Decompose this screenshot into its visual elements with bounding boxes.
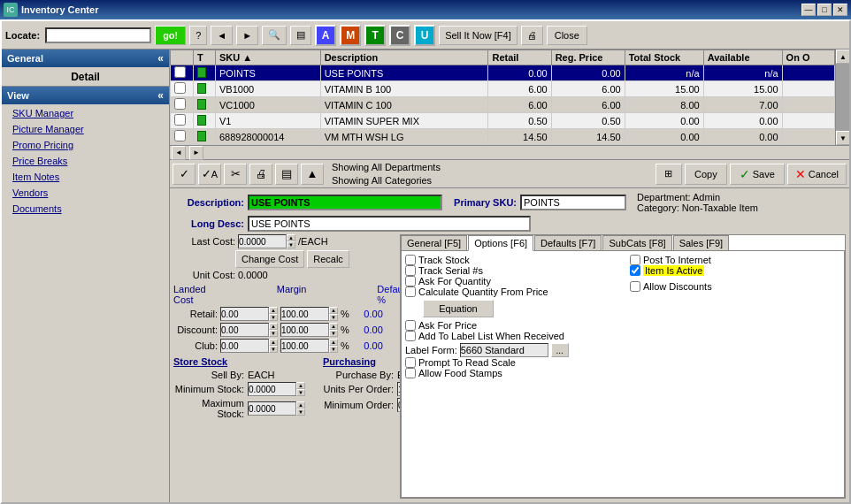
discount-margin-up[interactable]: ▲ bbox=[329, 323, 338, 330]
m-button[interactable]: M bbox=[340, 25, 361, 46]
post-internet-checkbox[interactable] bbox=[630, 255, 640, 265]
min-stock-up[interactable]: ▲ bbox=[296, 382, 305, 389]
add-label-checkbox[interactable] bbox=[405, 331, 416, 341]
row-checkbox-3[interactable] bbox=[174, 114, 186, 126]
table-row[interactable]: 688928000014 VM MTH WSH LG 14.50 14.50 0… bbox=[171, 129, 835, 145]
retail-margin-input[interactable] bbox=[280, 307, 329, 321]
scroll-up-button[interactable]: ▲ bbox=[836, 50, 849, 64]
help-button[interactable]: ? bbox=[189, 26, 207, 45]
club-margin-input[interactable] bbox=[280, 339, 329, 353]
row-checkbox-0[interactable] bbox=[174, 66, 186, 78]
table-row[interactable]: POINTS USE POINTS 0.00 0.00 n/a n/a bbox=[171, 65, 835, 81]
sidebar-item-documents[interactable]: Documents bbox=[2, 201, 169, 217]
min-stock-input[interactable] bbox=[248, 382, 296, 396]
description-input[interactable] bbox=[248, 195, 442, 210]
discount-margin-down[interactable]: ▼ bbox=[329, 330, 338, 337]
close-button[interactable]: Close bbox=[547, 26, 587, 45]
discount-val-down[interactable]: ▼ bbox=[269, 330, 278, 337]
sidebar-item-price-breaks[interactable]: Price Breaks bbox=[2, 153, 169, 169]
table-row[interactable]: V1 VITAMIN SUPER MIX 0.50 0.50 0.00 0.00 bbox=[171, 113, 835, 129]
t-button[interactable]: T bbox=[364, 25, 386, 46]
retail-val-input[interactable] bbox=[220, 307, 269, 321]
row-checkbox-4[interactable] bbox=[174, 130, 186, 141]
scroll-track[interactable] bbox=[836, 64, 849, 131]
last-cost-down[interactable]: ▼ bbox=[287, 241, 295, 248]
club-val-input[interactable] bbox=[220, 339, 269, 353]
sidebar-item-item-notes[interactable]: Item Notes bbox=[2, 169, 169, 185]
hscroll-right-button[interactable]: ► bbox=[189, 146, 203, 160]
col-stock-header[interactable]: Total Stock bbox=[625, 50, 703, 65]
sidebar-item-promo-pricing[interactable]: Promo Pricing bbox=[2, 137, 169, 153]
upload-button[interactable]: ▲ bbox=[301, 164, 324, 185]
calc-qty-checkbox[interactable] bbox=[405, 286, 416, 297]
col-ono-header[interactable]: On O bbox=[782, 50, 834, 65]
retail-val-down[interactable]: ▼ bbox=[269, 314, 278, 321]
last-cost-input[interactable] bbox=[238, 234, 287, 248]
u-button[interactable]: U bbox=[414, 25, 435, 46]
maximize-button[interactable]: □ bbox=[817, 4, 832, 16]
equation-button[interactable]: Equation bbox=[423, 300, 494, 317]
club-margin-up[interactable]: ▲ bbox=[329, 339, 338, 346]
col-sku-header[interactable]: SKU ▲ bbox=[216, 50, 321, 65]
long-desc-input[interactable] bbox=[248, 216, 531, 232]
max-stock-input[interactable] bbox=[248, 401, 296, 416]
copy-button[interactable]: Copy bbox=[685, 164, 727, 185]
max-stock-down[interactable]: ▼ bbox=[296, 409, 305, 416]
layout-button[interactable]: ▤ bbox=[275, 164, 298, 185]
max-stock-up[interactable]: ▲ bbox=[296, 401, 305, 409]
row-checkbox-1[interactable] bbox=[174, 82, 186, 94]
sidebar-item-sku-manager[interactable]: SKU Manager bbox=[2, 105, 169, 121]
item-active-checkbox[interactable] bbox=[630, 265, 640, 276]
retail-val-up[interactable]: ▲ bbox=[269, 307, 278, 314]
sidebar-item-vendors[interactable]: Vendors bbox=[2, 185, 169, 201]
forward-button[interactable]: ► bbox=[236, 26, 258, 45]
minimize-button[interactable]: — bbox=[801, 4, 816, 16]
col-reg-header[interactable]: Reg. Price bbox=[551, 50, 625, 65]
table-vscroll[interactable]: ▲ ▼ bbox=[835, 50, 849, 145]
grid-view-button[interactable]: ⊞ bbox=[656, 164, 682, 185]
tab-options[interactable]: Options [F6] bbox=[468, 235, 533, 251]
label-form-input[interactable] bbox=[460, 343, 548, 357]
ask-price-checkbox[interactable] bbox=[405, 320, 416, 331]
go-button[interactable]: go! bbox=[155, 26, 186, 45]
sell-it-now-button[interactable]: Sell It Now [F4] bbox=[439, 26, 518, 45]
club-margin-down[interactable]: ▼ bbox=[329, 346, 338, 353]
track-stock-checkbox[interactable] bbox=[405, 255, 416, 265]
col-desc-header[interactable]: Description bbox=[320, 50, 488, 65]
col-avail-header[interactable]: Available bbox=[703, 50, 782, 65]
locate-input[interactable] bbox=[45, 27, 151, 43]
a-button[interactable]: A bbox=[315, 25, 336, 46]
save-button[interactable]: ✓ Save bbox=[730, 164, 785, 185]
search-button[interactable]: 🔍 bbox=[262, 26, 287, 45]
allow-food-checkbox[interactable] bbox=[405, 368, 416, 378]
hscroll-left-button[interactable]: ◄ bbox=[172, 146, 186, 160]
allow-discounts-checkbox[interactable] bbox=[630, 281, 640, 292]
c-button[interactable]: C bbox=[389, 25, 410, 46]
min-stock-down[interactable]: ▼ bbox=[296, 389, 305, 396]
prompt-scale-checkbox[interactable] bbox=[405, 357, 416, 368]
track-serial-checkbox[interactable] bbox=[405, 265, 416, 276]
discount-val-input[interactable] bbox=[220, 323, 269, 337]
col-retail-header[interactable]: Retail bbox=[488, 50, 551, 65]
ask-quantity-checkbox[interactable] bbox=[405, 276, 416, 286]
checkmark-a-button[interactable]: ✓A bbox=[198, 164, 221, 185]
retail-margin-down[interactable]: ▼ bbox=[329, 314, 338, 321]
club-val-up[interactable]: ▲ bbox=[269, 339, 278, 346]
primary-sku-input[interactable] bbox=[520, 195, 626, 210]
tab-sales[interactable]: Sales [F9] bbox=[673, 235, 730, 250]
last-cost-up[interactable]: ▲ bbox=[287, 234, 295, 241]
label-form-browse-button[interactable]: ... bbox=[551, 343, 569, 357]
tab-subcats[interactable]: SubCats [F8] bbox=[602, 235, 671, 250]
change-cost-button[interactable]: Change Cost bbox=[235, 250, 304, 268]
table-row[interactable]: VC1000 VITAMIN C 100 6.00 6.00 8.00 7.00 bbox=[171, 97, 835, 113]
recalc-button[interactable]: Recalc bbox=[307, 250, 349, 268]
discount-val-up[interactable]: ▲ bbox=[269, 323, 278, 330]
view-section[interactable]: View « bbox=[2, 87, 169, 104]
back-button[interactable]: ◄ bbox=[211, 26, 233, 45]
club-val-down[interactable]: ▼ bbox=[269, 346, 278, 353]
table-hscroll[interactable]: ◄ ► bbox=[170, 145, 849, 159]
retail-margin-up[interactable]: ▲ bbox=[329, 307, 338, 314]
scroll-down-button[interactable]: ▼ bbox=[836, 131, 849, 145]
tab-general[interactable]: General [F5] bbox=[401, 235, 467, 250]
checkmark-button[interactable]: ✓ bbox=[172, 164, 196, 185]
